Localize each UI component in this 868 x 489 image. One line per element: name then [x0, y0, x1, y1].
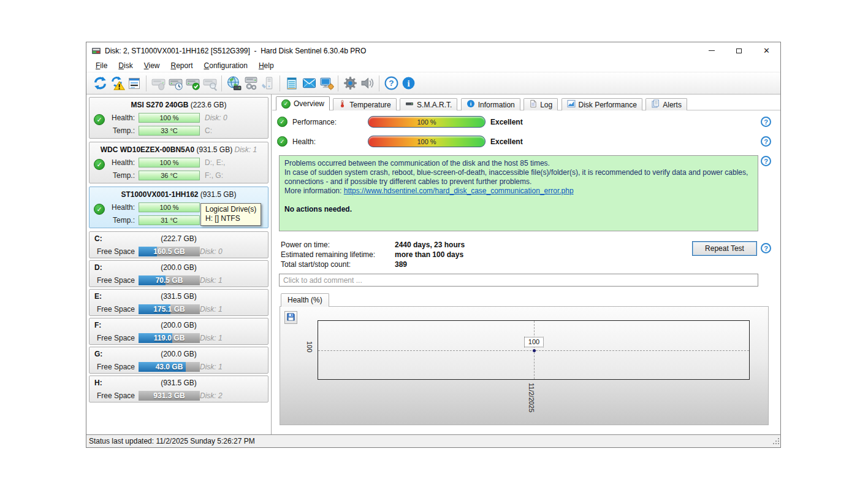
- menu-file[interactable]: File: [90, 60, 113, 71]
- toolbar-separator: [146, 75, 147, 91]
- repeat-test-help-icon[interactable]: ?: [761, 243, 771, 253]
- refresh-warning-icon[interactable]: [108, 75, 126, 92]
- refresh-icon[interactable]: [91, 75, 108, 92]
- network-disk-icon[interactable]: [225, 75, 242, 92]
- message-line-2: In case of sudden system crash, reboot, …: [284, 168, 753, 187]
- menu-disk[interactable]: Disk: [113, 60, 138, 71]
- status-text: Status last updated: 11/2/2025 Sunday 5:…: [89, 437, 255, 445]
- toolbar: ? i: [86, 72, 780, 94]
- partition-card-d[interactable]: D:(200.0 GB) Free Space 70.5 GB Disk: 1: [89, 260, 268, 287]
- data-point-label: 100: [524, 337, 544, 347]
- window-title: Disk: 2, ST1000VX001-1HH162 [S512G399] -…: [105, 47, 366, 55]
- minimize-button[interactable]: [698, 42, 725, 59]
- health-label: Health:: [292, 136, 316, 148]
- email-icon[interactable]: [300, 75, 318, 92]
- disk-title: WDC WD10EZEX-00BN5A0 (931.5 GB) Disk: 1: [89, 144, 268, 156]
- disk-clock-icon[interactable]: [167, 75, 184, 92]
- status-ok-icon: ✓: [94, 114, 105, 125]
- partition-card-e[interactable]: E:(331.5 GB) Free Space 175.1 GB Disk: 1: [89, 289, 268, 316]
- health-gauge: 100 %: [368, 136, 485, 147]
- performance-rating: Excellent: [490, 116, 523, 128]
- floppy-icon: [286, 312, 295, 323]
- no-actions-text: No actions needed.: [284, 205, 753, 214]
- app-icon: [91, 46, 101, 56]
- toolbar-separator: [338, 75, 338, 91]
- disk-accept-icon[interactable]: [184, 75, 201, 92]
- save-chart-button[interactable]: [284, 311, 297, 324]
- data-point: [533, 349, 536, 352]
- health-chart-panel: 100 100 11/2/2025: [280, 306, 769, 425]
- health-help-icon[interactable]: ?: [761, 136, 771, 147]
- health-row: ✓ Health: 100 % Excellent ?: [272, 136, 780, 148]
- partition-card-c[interactable]: C:(222.7 GB) Free Space 160.5 GB Disk: 0: [89, 231, 268, 258]
- resize-grip-icon[interactable]: [772, 437, 780, 447]
- free-space-bar: 931.3 GB: [139, 391, 200, 401]
- performance-label: Performance:: [292, 116, 337, 128]
- notes-icon[interactable]: [283, 75, 300, 92]
- health-bar: 100 %: [139, 113, 200, 123]
- menu-configuration[interactable]: Configuration: [199, 60, 253, 71]
- health-ok-icon: ✓: [277, 136, 287, 147]
- tab-information[interactable]: iInformation: [461, 98, 520, 110]
- disk-card-msi[interactable]: MSI S270 240GB (223.6 GB) ✓ Health:100 %…: [89, 97, 268, 139]
- temp-bar: 33 °C: [139, 126, 200, 136]
- app-window: Disk: 2, ST1000VX001-1HH162 [S512G399] -…: [86, 42, 781, 448]
- close-button[interactable]: ✕: [753, 42, 780, 59]
- info-icon[interactable]: i: [400, 75, 417, 92]
- tab-overview[interactable]: ✓Overview: [276, 96, 330, 110]
- menu-report[interactable]: Report: [166, 60, 199, 71]
- menu-bar: File Disk View Report Configuration Help: [86, 59, 780, 72]
- temp-bar: 36 °C: [139, 171, 200, 180]
- tab-disk-performance[interactable]: Disk Performance: [562, 98, 642, 110]
- overview-ok-icon: ✓: [281, 99, 291, 109]
- message-help-icon[interactable]: ?: [761, 156, 771, 166]
- thermometer-icon: [338, 99, 346, 110]
- svg-text:i: i: [407, 79, 409, 88]
- health-chart-tab[interactable]: Health (%): [281, 293, 329, 307]
- remote-monitor-icon[interactable]: [318, 75, 335, 92]
- status-ok-icon: ✓: [94, 204, 105, 215]
- menu-help[interactable]: Help: [253, 60, 280, 71]
- partition-card-g[interactable]: G:(200.0 GB) Free Space 43.0 GB Disk: 1: [89, 347, 268, 374]
- free-space-bar: 160.5 GB: [139, 247, 200, 256]
- free-space-bar: 43.0 GB: [139, 362, 200, 372]
- toolbar-separator: [221, 75, 222, 91]
- document-icon: [529, 99, 537, 110]
- stat-remaining-lifetime: Estimated remaining lifetime:more than 1…: [281, 250, 649, 260]
- detect-disk-icon[interactable]: [150, 75, 167, 92]
- free-space-bar: 70.5 GB: [139, 275, 200, 285]
- more-info-link[interactable]: https://www.hdsentinel.com/hard_disk_cas…: [344, 187, 574, 195]
- logical-drives-tooltip: Logical Drive(s) H: [] NTFS: [200, 203, 261, 226]
- y-axis-tick-label: 100: [306, 341, 313, 360]
- partition-card-h[interactable]: H:(931.5 GB) Free Space 931.3 GB Disk: 2: [89, 375, 268, 402]
- tab-alerts[interactable]: Alerts: [645, 98, 687, 110]
- tab-log[interactable]: Log: [523, 98, 558, 110]
- sound-icon[interactable]: [359, 75, 376, 92]
- menu-view[interactable]: View: [139, 60, 166, 71]
- svg-text:?: ?: [389, 79, 394, 88]
- tab-temperature[interactable]: Temperature: [333, 98, 396, 110]
- comment-input[interactable]: [279, 274, 758, 287]
- help-icon[interactable]: ?: [383, 75, 400, 92]
- report-icon[interactable]: [126, 75, 143, 92]
- detail-panel: ✓Overview Temperature S.M.A.R.T. iInform…: [272, 94, 780, 434]
- maximize-button[interactable]: [725, 42, 753, 59]
- status-message-box: Problems occurred between the communicat…: [279, 155, 758, 231]
- settings-gear-icon[interactable]: [341, 75, 359, 92]
- chart-plot-area: 100: [318, 320, 750, 380]
- disk-tools-icon[interactable]: [259, 75, 276, 92]
- disk-search-icon[interactable]: [201, 75, 218, 92]
- maximize-icon: [736, 48, 742, 53]
- health-rating: Excellent: [490, 136, 523, 148]
- x-axis-tick-label: 11/2/2025: [528, 383, 535, 423]
- partition-card-f[interactable]: F:(200.0 GB) Free Space 119.0 GB Disk: 1: [89, 318, 268, 345]
- performance-help-icon[interactable]: ?: [761, 117, 771, 127]
- repeat-test-button[interactable]: Repeat Test: [692, 241, 757, 256]
- tab-smart[interactable]: S.M.A.R.T.: [400, 98, 457, 110]
- info-icon: i: [466, 99, 475, 110]
- stat-power-on-time: Power on time:2440 days, 23 hours: [281, 240, 649, 250]
- disk-card-wdc[interactable]: WDC WD10EZEX-00BN5A0 (931.5 GB) Disk: 1 …: [89, 142, 268, 183]
- disk-title: MSI S270 240GB (223.6 GB): [89, 99, 268, 111]
- disk-hardware-icon[interactable]: [242, 75, 259, 92]
- title-bar: Disk: 2, ST1000VX001-1HH162 [S512G399] -…: [86, 42, 780, 59]
